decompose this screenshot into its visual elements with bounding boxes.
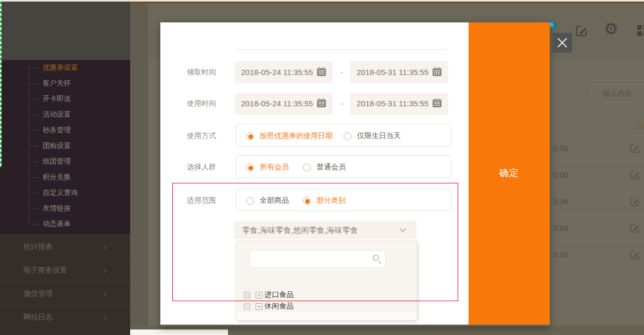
- sidebar-submenu: 优惠券设置 客户关怀 开卡即送 活动设置 秒杀管理 团购设置 组团管理 积分兑换…: [0, 60, 130, 232]
- chevron-right-icon: ›: [104, 282, 107, 305]
- calendar-icon: [317, 98, 326, 108]
- field-label-receive-time: 领取时间: [187, 68, 216, 77]
- sidebar-section-wechat[interactable]: 微信管理 ›: [0, 281, 130, 305]
- audience-group: 所有会员 普通会员: [236, 155, 451, 178]
- use-time-start-input[interactable]: 2018-05-24 11:35:55: [235, 93, 333, 115]
- table-row-divider: [551, 241, 644, 242]
- field-label-scope: 适用范围: [187, 196, 216, 205]
- field-label-use-mode: 使用方式: [187, 131, 216, 141]
- category-search-input[interactable]: [249, 250, 386, 268]
- search-icon: [373, 255, 379, 261]
- table-cell-time: 3:04: [553, 224, 568, 232]
- sidebar-item-custom-query[interactable]: 自定义查询: [0, 185, 130, 201]
- sidebar-item-points-exchange[interactable]: 积分兑换: [0, 169, 130, 185]
- scrolled-field-divider: [237, 49, 447, 50]
- chevron-right-icon: ›: [104, 258, 107, 282]
- table-row-divider: [551, 215, 644, 215]
- confirm-button[interactable]: 确定: [469, 22, 550, 325]
- category-select[interactable]: 零食,海味零食,悠闲零食,海味零食: [234, 221, 416, 239]
- chevron-right-icon: ›: [104, 305, 107, 329]
- field-label-use-time: 使用时间: [187, 99, 216, 108]
- table-action-header: 操作: [635, 121, 644, 130]
- calendar-icon: [432, 98, 442, 108]
- section-label: 统计报表: [23, 242, 53, 251]
- use-time-end-input[interactable]: 2018-05-31 11:35:55: [350, 93, 448, 115]
- section-label: 电子商务设置: [23, 266, 67, 274]
- content-gutter: [130, 2, 148, 335]
- radio-audience-all-members[interactable]: 所有会员: [246, 163, 289, 172]
- calendar-icon: [432, 67, 442, 77]
- sidebar-item-group-manage[interactable]: 组团管理: [0, 154, 130, 169]
- sidebar-item-flash-sale[interactable]: 秒杀管理: [0, 122, 130, 138]
- use-mode-group: 按照优惠券的使用日期 仅限生日当天: [236, 124, 451, 147]
- calendar-icon: [317, 67, 326, 77]
- date-range-separator: -: [340, 100, 343, 108]
- close-button[interactable]: [552, 33, 572, 53]
- sidebar-item-card-gift[interactable]: 开卡即送: [0, 91, 130, 107]
- checkbox-icon[interactable]: [244, 303, 250, 310]
- radio-audience-regular-members[interactable]: 普通会员: [303, 163, 346, 172]
- tree-item-leisure-food[interactable]: 休闲食品: [244, 301, 294, 312]
- field-label-audience: 选择人群: [187, 163, 216, 172]
- edit-row-icon[interactable]: [629, 196, 640, 207]
- receive-time-start-input[interactable]: 2018-05-24 11:35:55: [235, 61, 333, 83]
- radio-scope-partial-categories[interactable]: 部分类别: [303, 196, 346, 205]
- scope-group: 全部商品 部分类别: [236, 189, 451, 211]
- radio-selected-icon: [303, 197, 311, 205]
- radio-selected-icon: [246, 164, 254, 171]
- gear-icon[interactable]: ⚙: [604, 20, 618, 38]
- table-row-divider: [551, 188, 644, 189]
- tree-item-imported-food[interactable]: 进口食品: [244, 289, 294, 301]
- table-row-divider: [551, 268, 644, 268]
- footer-box: [130, 329, 228, 335]
- date-range-separator: -: [340, 68, 343, 77]
- radio-unselected-icon: [303, 164, 311, 171]
- edit-row-icon[interactable]: [629, 249, 640, 260]
- table-cell-time: 5:55: [553, 144, 568, 153]
- radio-use-mode-birthday-only[interactable]: 仅限生日当天: [344, 131, 401, 141]
- sidebar-section-site-logs[interactable]: 网站日志 ›: [0, 305, 130, 328]
- radio-unselected-icon: [344, 132, 351, 140]
- sidebar-top-block: [0, 2, 130, 60]
- table-cell-time: 2:15: [553, 250, 568, 259]
- grid-menu-icon[interactable]: [637, 25, 644, 36]
- sidebar-item-group-buy[interactable]: 团购设置: [0, 138, 130, 154]
- sidebar-item-friend-links[interactable]: 友情链接: [0, 201, 130, 216]
- checkbox-icon[interactable]: [244, 292, 250, 299]
- edit-row-icon[interactable]: [629, 222, 640, 234]
- sidebar-item-customer-care[interactable]: 客户关怀: [0, 76, 130, 91]
- edit-row-icon[interactable]: [629, 169, 640, 181]
- table-cell-time: 5:00: [553, 170, 568, 179]
- table-row-divider: [551, 135, 644, 135]
- sidebar-item-activity-settings[interactable]: 活动设置: [0, 107, 130, 122]
- expand-plus-icon[interactable]: [256, 292, 262, 299]
- app-window: 优惠券设置 客户关怀 开卡即送 活动设置 秒杀管理 团购设置 组团管理 积分兑换…: [0, 0, 644, 335]
- radio-unselected-icon: [246, 197, 254, 205]
- panel-clip: [237, 312, 417, 320]
- search-input[interactable]: 输入内容: [591, 84, 644, 102]
- sidebar-bottom: [0, 328, 130, 335]
- sidebar-sections: 统计报表 › 电子商务设置 › 微信管理 › 网站日志 ›: [0, 234, 130, 328]
- radio-scope-all-products[interactable]: 全部商品: [246, 196, 289, 205]
- section-label: 网站日志: [23, 313, 53, 321]
- header-accent-line: [130, 2, 644, 3]
- sidebar-section-statistics[interactable]: 统计报表 ›: [0, 234, 130, 258]
- expand-plus-icon[interactable]: [256, 303, 262, 310]
- table-row-divider: [551, 162, 644, 162]
- category-dropdown-panel: 进口食品 休闲食品 精选干货: [236, 241, 417, 320]
- confirm-label: 确定: [469, 167, 550, 179]
- sidebar: 优惠券设置 客户关怀 开卡即送 活动设置 秒杀管理 团购设置 组团管理 积分兑换…: [0, 2, 130, 335]
- chevron-right-icon: ›: [104, 235, 107, 258]
- edit-row-icon[interactable]: [629, 143, 640, 154]
- sidebar-section-ecommerce-settings[interactable]: 电子商务设置 ›: [0, 258, 130, 281]
- selection-marker: [0, 2, 2, 167]
- edit-icon[interactable]: [574, 24, 588, 38]
- coupon-modal: 领取时间 2018-05-24 11:35:55 - 2018-05-31 11…: [160, 22, 469, 325]
- sidebar-item-dynamic-form[interactable]: 动态表单: [0, 216, 130, 232]
- section-label: 微信管理: [23, 289, 53, 297]
- radio-selected-icon: [246, 132, 254, 140]
- radio-use-mode-coupon-date[interactable]: 按照优惠券的使用日期: [246, 131, 333, 141]
- sidebar-item-coupon-settings[interactable]: 优惠券设置: [0, 60, 130, 76]
- chevron-down-icon: [399, 226, 406, 232]
- receive-time-end-input[interactable]: 2018-05-31 11:35:55: [350, 61, 448, 83]
